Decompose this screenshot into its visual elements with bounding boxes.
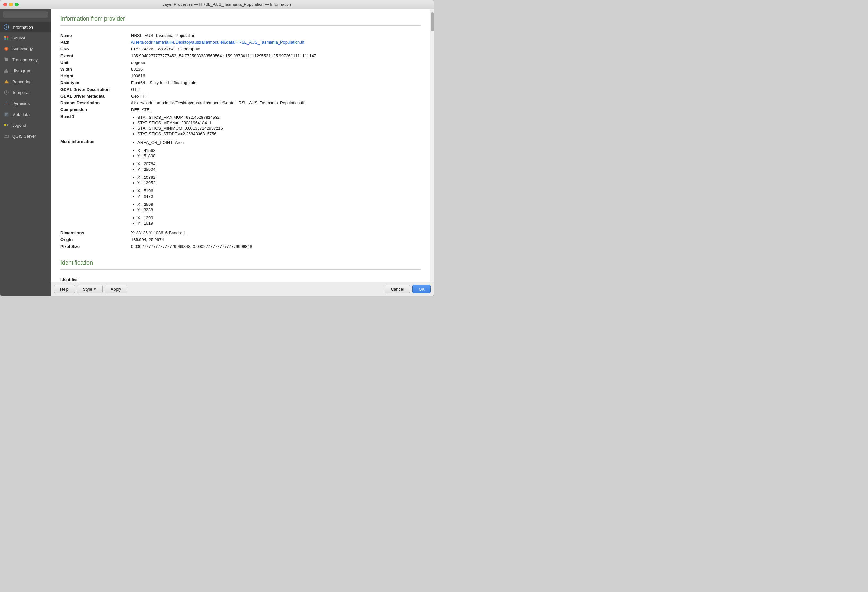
table-row: Height 103616: [61, 72, 421, 79]
minimize-button[interactable]: [9, 3, 13, 6]
band1-stats-list: STATISTICS_MAXIMUM=682.45287824582 STATI…: [131, 115, 421, 137]
svg-rect-19: [6, 103, 7, 103]
compression-label: Compression: [61, 106, 131, 113]
table-row: More information AREA_OR_POINT=Area X : …: [61, 138, 421, 230]
pixel-size-value: 0.000277777777777779999848,-0.0002777777…: [131, 243, 421, 250]
xy-group-6-list: X : 1299 Y : 1619: [131, 215, 421, 226]
close-button[interactable]: [3, 3, 7, 6]
table-row: Origin 135.994,-25.9974: [61, 236, 421, 243]
extent-value: 135.9940277777777453,-54.779583333356356…: [131, 52, 421, 59]
height-value: 103616: [131, 72, 421, 79]
svg-rect-25: [4, 124, 6, 126]
compression-value: DEFLATE: [131, 106, 421, 113]
svg-rect-2: [4, 36, 6, 38]
sidebar-item-pyramids[interactable]: Pyramids: [0, 98, 51, 109]
sidebar-item-pyramids-label: Pyramids: [12, 101, 30, 106]
path-value: /Users/codrinamariaillie/Desktop/austral…: [131, 39, 421, 46]
sidebar-item-qgis-server[interactable]: QGIS Server: [0, 131, 51, 141]
histogram-icon: [3, 68, 10, 74]
table-row: Compression DEFLATE: [61, 106, 421, 113]
list-item: X : 20784: [137, 161, 421, 166]
ok-button[interactable]: OK: [412, 285, 431, 293]
svg-rect-20: [6, 102, 7, 102]
main-window: Layer Properties — HRSL_AUS_Tasmania_Pop…: [0, 0, 434, 296]
style-button[interactable]: Style ▼: [77, 285, 103, 293]
sidebar-item-histogram[interactable]: Histogram: [0, 65, 51, 76]
svg-rect-13: [7, 71, 8, 72]
xy-group-1-list: X : 41568 Y : 51808: [131, 148, 421, 159]
sidebar-item-information-label: Information: [12, 25, 33, 29]
unit-label: Unit: [61, 59, 131, 66]
list-item: STATISTICS_MINIMUM=0.001357142937216: [137, 125, 421, 131]
provider-section-title: Information from provider: [61, 15, 421, 22]
sidebar-item-legend[interactable]: Legend: [0, 120, 51, 131]
table-row: Data type Float64 – Sixty four bit float…: [61, 79, 421, 86]
sidebar-item-transparency-label: Transparency: [12, 57, 38, 62]
scrollbar[interactable]: [430, 9, 434, 282]
more-info-list: AREA_OR_POINT=Area: [131, 140, 421, 145]
table-row: Name HRSL_AUS_Tasmania_Population: [61, 32, 421, 39]
dataset-desc-label: Dataset Description: [61, 100, 131, 106]
dimensions-value: X: 83136 Y: 103616 Bands: 1: [131, 230, 421, 236]
list-item: Y : 6476: [137, 194, 421, 199]
identification-table: Identifier Parent Identifier: [61, 276, 421, 282]
gdal-driver-meta-value: GeoTIFF: [131, 93, 421, 100]
list-item: STATISTICS_MAXIMUM=682.45287824582: [137, 115, 421, 120]
extent-label: Extent: [61, 52, 131, 59]
xy-group-4: X : 5196 Y : 6476: [131, 188, 421, 199]
svg-rect-17: [4, 105, 8, 105]
maximize-button[interactable]: [15, 3, 19, 6]
provider-divider: [61, 25, 421, 26]
xy-group-6: X : 1299 Y : 1619: [131, 215, 421, 226]
temporal-icon: [3, 89, 10, 96]
svg-rect-27: [7, 125, 8, 126]
help-button[interactable]: Help: [54, 285, 75, 293]
table-row: Band 1 STATISTICS_MAXIMUM=682.4528782458…: [61, 113, 421, 138]
content-with-scroll: Information from provider Name HRSL_AUS_…: [51, 9, 434, 282]
content-area: Information from provider Name HRSL_AUS_…: [51, 9, 434, 296]
sidebar-item-metadata-label: Metadata: [12, 112, 30, 117]
window-title: Layer Properties — HRSL_AUS_Tasmania_Pop…: [22, 2, 431, 7]
list-item: Y : 51808: [137, 153, 421, 159]
list-item: X : 41568: [137, 148, 421, 153]
table-row: CRS EPSG:4326 – WGS 84 – Geographic: [61, 46, 421, 52]
sidebar-item-source[interactable]: Source: [0, 32, 51, 43]
apply-button[interactable]: Apply: [105, 285, 127, 293]
sidebar-item-symbology[interactable]: Symbology: [0, 43, 51, 54]
svg-rect-18: [5, 104, 8, 105]
list-item: STATISTICS_MEAN=1.9308196418411: [137, 120, 421, 125]
sidebar-item-transparency[interactable]: Transparency: [0, 54, 51, 65]
svg-text:i: i: [6, 25, 7, 29]
identifier-value: [131, 276, 421, 282]
identifier-label: Identifier: [61, 276, 131, 282]
gdal-driver-desc-value: GTiff: [131, 86, 421, 93]
list-item: Y : 1619: [137, 221, 421, 226]
sidebar-item-information[interactable]: i Information: [0, 22, 51, 32]
titlebar: Layer Properties — HRSL_AUS_Tasmania_Pop…: [0, 0, 434, 9]
table-row: GDAL Driver Description GTiff: [61, 86, 421, 93]
search-bar[interactable]: [0, 9, 51, 20]
gdal-driver-desc-label: GDAL Driver Description: [61, 86, 131, 93]
sidebar-item-temporal-label: Temporal: [12, 90, 29, 95]
datatype-value: Float64 – Sixty four bit floating point: [131, 79, 421, 86]
scroll-thumb[interactable]: [431, 12, 434, 31]
sidebar-item-temporal[interactable]: Temporal: [0, 87, 51, 98]
crs-value: EPSG:4326 – WGS 84 – Geographic: [131, 46, 421, 52]
search-input[interactable]: [3, 11, 48, 18]
path-link[interactable]: /Users/codrinamariaillie/Desktop/austral…: [131, 40, 304, 45]
svg-rect-10: [4, 71, 5, 72]
sidebar-item-rendering[interactable]: Rendering: [0, 76, 51, 87]
table-row: Unit degrees: [61, 59, 421, 66]
style-button-group: Style ▼: [77, 285, 103, 293]
source-icon: [3, 35, 10, 41]
sidebar-item-metadata[interactable]: Metadata: [0, 109, 51, 120]
table-row: Dimensions X: 83136 Y: 103616 Bands: 1: [61, 230, 421, 236]
xy-group-1: X : 41568 Y : 51808: [131, 148, 421, 159]
info-table: Name HRSL_AUS_Tasmania_Population Path /…: [61, 32, 421, 250]
cancel-button[interactable]: Cancel: [385, 285, 410, 293]
window-controls: [3, 3, 19, 6]
metadata-icon: [3, 111, 10, 118]
unit-value: degrees: [131, 59, 421, 66]
sidebar-item-symbology-label: Symbology: [12, 47, 33, 52]
band1-stats: STATISTICS_MAXIMUM=682.45287824582 STATI…: [131, 113, 421, 138]
